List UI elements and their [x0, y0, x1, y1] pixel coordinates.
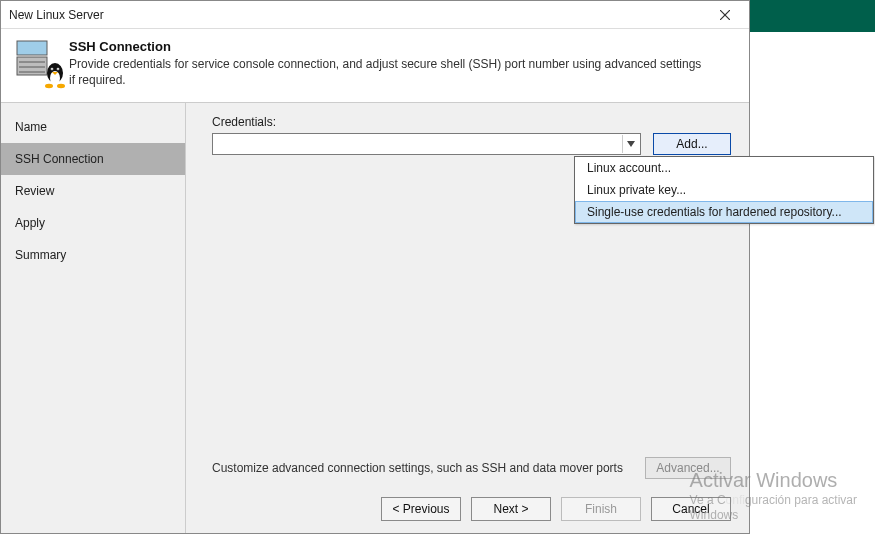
wizard-footer: < Previous Next > Finish Cancel — [212, 493, 731, 523]
advanced-description: Customize advanced connection settings, … — [212, 461, 635, 475]
new-linux-server-dialog: New Linux Server SS — [0, 0, 750, 534]
step-summary[interactable]: Summary — [1, 239, 185, 271]
finish-button: Finish — [561, 497, 641, 521]
add-credentials-button[interactable]: Add... — [653, 133, 731, 155]
app-ribbon-bg — [750, 0, 875, 32]
credentials-label: Credentials: — [212, 115, 731, 129]
wizard-header: SSH Connection Provide credentials for s… — [1, 29, 749, 102]
titlebar: New Linux Server — [1, 1, 749, 29]
next-button[interactable]: Next > — [471, 497, 551, 521]
svg-rect-2 — [17, 41, 47, 55]
close-icon — [720, 10, 730, 20]
svg-point-12 — [57, 68, 58, 69]
svg-point-11 — [51, 68, 52, 69]
menu-linux-private-key[interactable]: Linux private key... — [575, 179, 873, 201]
previous-button[interactable]: < Previous — [381, 497, 461, 521]
header-heading: SSH Connection — [69, 39, 709, 54]
cancel-button[interactable]: Cancel — [651, 497, 731, 521]
chevron-down-icon — [627, 141, 635, 147]
step-apply[interactable]: Apply — [1, 207, 185, 239]
advanced-button[interactable]: Advanced... — [645, 457, 731, 479]
advanced-row: Customize advanced connection settings, … — [212, 457, 731, 479]
window-title: New Linux Server — [9, 8, 709, 22]
tux-icon — [43, 63, 67, 89]
header-icon-group — [15, 39, 59, 83]
close-button[interactable] — [709, 3, 741, 27]
credentials-combobox[interactable] — [212, 133, 641, 155]
wizard-steps-sidebar: Name SSH Connection Review Apply Summary — [1, 103, 186, 533]
combobox-dropdown-button[interactable] — [622, 135, 638, 153]
svg-point-13 — [45, 84, 53, 88]
svg-point-14 — [57, 84, 65, 88]
menu-linux-account[interactable]: Linux account... — [575, 157, 873, 179]
menu-single-use-credentials[interactable]: Single-use credentials for hardened repo… — [575, 201, 873, 223]
add-credentials-menu: Linux account... Linux private key... Si… — [574, 156, 874, 224]
header-text: SSH Connection Provide credentials for s… — [69, 39, 709, 88]
header-description: Provide credentials for service console … — [69, 56, 709, 88]
step-ssh-connection[interactable]: SSH Connection — [1, 143, 185, 175]
step-review[interactable]: Review — [1, 175, 185, 207]
step-name[interactable]: Name — [1, 111, 185, 143]
